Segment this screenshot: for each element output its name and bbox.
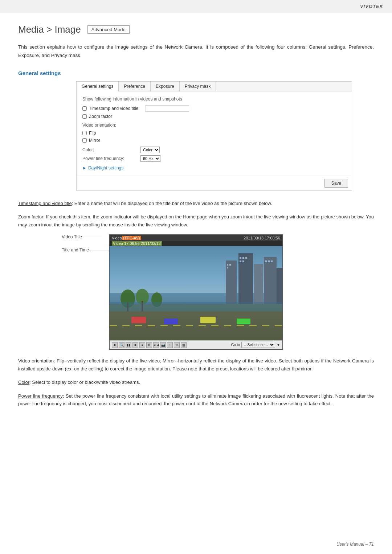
- color-field-row: Color: Color: [82, 147, 346, 153]
- desc-timestamp-label: Timestamp and video title: [18, 201, 72, 206]
- panel-body: Show following information in videos and…: [77, 91, 352, 176]
- toolbar-icon-pause[interactable]: ▮▮: [126, 342, 131, 348]
- toolbar-icon-mic[interactable]: ●: [139, 342, 145, 348]
- video-titlebar-time: 2011/03/13 17:08:56: [244, 236, 280, 240]
- flip-checkbox[interactable]: [82, 131, 87, 135]
- intro-text: This section explains how to configure t…: [18, 43, 374, 60]
- svg-rect-6: [264, 257, 277, 304]
- toolbar-icon-pic[interactable]: 📷: [160, 342, 166, 348]
- save-button[interactable]: Save: [324, 179, 348, 188]
- advanced-mode-badge: Advanced Mode: [87, 25, 130, 34]
- page-title: Media > Image: [18, 24, 81, 35]
- tab-preference[interactable]: Preference: [119, 82, 151, 91]
- goto-select[interactable]: -- Select one --: [241, 342, 275, 348]
- desc-color-label: Color: [18, 379, 29, 385]
- day-night-label: Day/Night settings: [88, 165, 123, 171]
- svg-rect-26: [131, 317, 146, 323]
- toolbar-icon-audio[interactable]: ♬: [174, 342, 180, 348]
- toolbar-icon-upload[interactable]: ↑: [167, 342, 173, 348]
- toolbar-icon-settings[interactable]: ✪: [146, 342, 152, 348]
- video-subtitle-text: Video 17:08:56 2011/03/13: [112, 241, 162, 246]
- video-side-labels: Video Title Title and Time: [62, 234, 109, 253]
- tab-privacy-mask[interactable]: Privacy mask: [180, 82, 216, 91]
- goto-section: Go to -- Select one -- ▼: [231, 342, 280, 348]
- title-and-time-label-row: Title and Time: [62, 247, 109, 253]
- tab-general-settings[interactable]: General settings: [77, 82, 119, 91]
- video-image-area: [110, 246, 282, 340]
- svg-rect-5: [254, 264, 263, 304]
- zoom-factor-label: Zoom factor: [89, 114, 112, 119]
- toolbar-icon-stop[interactable]: ■: [132, 342, 138, 348]
- svg-rect-7: [277, 268, 282, 304]
- svg-rect-15: [242, 260, 244, 262]
- timestamp-row: Timestamp and video title:: [82, 105, 346, 112]
- tabs-row: General settings Preference Exposure Pri…: [77, 82, 352, 91]
- color-select[interactable]: Color: [140, 147, 160, 153]
- svg-rect-14: [240, 260, 241, 262]
- timestamp-checkbox[interactable]: [82, 106, 87, 111]
- svg-rect-28: [200, 317, 216, 323]
- svg-rect-29: [237, 319, 250, 324]
- title-and-time-label: Title and Time: [62, 247, 89, 253]
- svg-rect-8: [227, 264, 228, 266]
- desc-color-para: Color: Select to display color or black/…: [18, 378, 374, 386]
- page-footer: User's Manual – 71: [336, 542, 374, 547]
- video-toolbar: ■ 🔍 ▮▮ ■ ● ✪ ◄◄ 📷 ↑ ♬ ▩ Go to -- Select …: [110, 340, 282, 349]
- day-night-link[interactable]: ► Day/Night settings: [82, 165, 346, 171]
- desc-power-label: Power line frequency: [18, 393, 63, 399]
- svg-rect-12: [242, 257, 244, 259]
- toolbar-icon-rewind[interactable]: ◄◄: [153, 342, 159, 348]
- desc-color-text: : Select to display color or black/white…: [29, 379, 140, 385]
- mirror-checkbox[interactable]: [82, 138, 87, 143]
- top-bar: VIVOTEK: [0, 0, 392, 13]
- desc-orientation-label: Video orientation: [18, 358, 54, 364]
- desc-zoom-text: : If you check this item, the zoom indic…: [18, 214, 374, 227]
- svg-rect-18: [271, 260, 273, 262]
- brand-label: VIVOTEK: [360, 4, 383, 9]
- desc-orientation-para: Video orientation: Flip--vertically refl…: [18, 357, 374, 373]
- desc-orientation-text: : Flip--vertically reflect the display o…: [18, 358, 374, 371]
- save-row: Save: [77, 176, 352, 190]
- video-title-label: Video Title: [62, 234, 82, 239]
- power-freq-row: Power line frequency: 60 Hz: [82, 155, 346, 162]
- goto-label: Go to: [231, 343, 240, 347]
- video-section: Video Title Title and Time Video(TPC-AV)…: [18, 234, 374, 350]
- svg-rect-30: [110, 302, 282, 311]
- power-freq-label: Power line frequency:: [82, 156, 140, 161]
- timestamp-text-input[interactable]: [146, 105, 189, 112]
- settings-panel: General settings Preference Exposure Pri…: [76, 81, 352, 191]
- svg-rect-10: [227, 267, 228, 268]
- desc-power-text: : Set the power line frequency consisten…: [18, 393, 374, 406]
- video-title-line: [83, 237, 102, 237]
- desc-zoom-para: Zoom factor: If you check this item, the…: [18, 213, 374, 229]
- tab-exposure[interactable]: Exposure: [151, 82, 180, 91]
- day-night-arrow-icon: ►: [82, 165, 87, 171]
- toolbar-icon-zoom[interactable]: 🔍: [119, 342, 124, 348]
- mirror-row: Mirror: [82, 138, 346, 143]
- flip-label: Flip: [89, 131, 96, 136]
- svg-rect-11: [240, 257, 241, 259]
- svg-rect-27: [164, 319, 178, 324]
- video-title-label-row: Video Title: [62, 234, 109, 239]
- video-titlebar: Video(TPC-AV) 2011/03/13 17:08:56: [110, 235, 282, 241]
- title-and-time-line: [90, 250, 109, 250]
- mirror-label: Mirror: [89, 138, 100, 143]
- zoom-factor-checkbox[interactable]: [82, 114, 87, 119]
- video-title-text: Video(TPC-AV): [112, 236, 141, 240]
- svg-rect-17: [268, 260, 270, 262]
- video-title-plain: Video: [112, 236, 122, 240]
- timestamp-label: Timestamp and video title:: [89, 106, 140, 111]
- toolbar-icon-record[interactable]: ■: [112, 342, 118, 348]
- show-info-label: Show following information in videos and…: [82, 97, 346, 102]
- toolbar-icon-display[interactable]: ▩: [181, 342, 187, 348]
- video-orientation-label: Video orientation:: [82, 123, 346, 128]
- footer-text: User's Manual – 71: [336, 542, 374, 547]
- power-freq-select[interactable]: 60 Hz: [140, 155, 160, 162]
- video-subtitle-bar: Video 17:08:56 2011/03/13: [110, 241, 282, 246]
- svg-rect-13: [245, 257, 247, 259]
- section-title: General settings: [18, 70, 374, 76]
- desc-zoom-label: Zoom factor: [18, 214, 43, 219]
- flip-row: Flip: [82, 131, 346, 136]
- zoom-factor-row: Zoom factor: [82, 114, 346, 119]
- color-label: Color:: [82, 147, 140, 152]
